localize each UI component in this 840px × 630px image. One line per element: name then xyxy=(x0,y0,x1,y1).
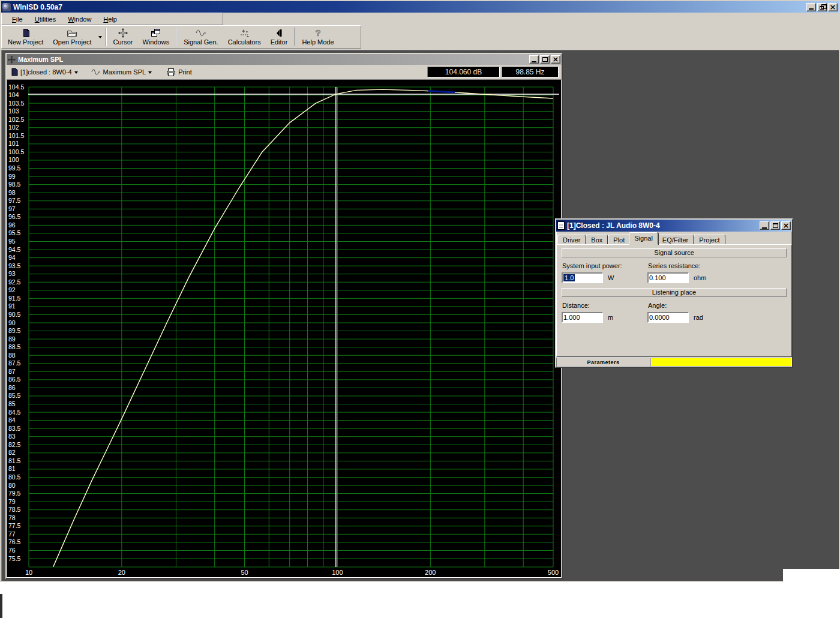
open-project-button[interactable]: Open Project xyxy=(48,26,96,47)
y-axis-label: 81 xyxy=(8,465,16,472)
y-axis-label: 86 xyxy=(8,384,16,391)
minimize-button[interactable] xyxy=(806,3,816,11)
desktop-artifact xyxy=(0,594,2,618)
driver-combo-value: [1]closed : 8W0-4 xyxy=(20,68,72,76)
y-axis-label: 89 xyxy=(8,335,16,343)
tab-signal[interactable]: Signal xyxy=(629,232,658,245)
x-axis-label: 500 xyxy=(548,569,559,576)
menu-panel: FileUtilitiesWindowHelp xyxy=(1,13,223,25)
maximize-icon xyxy=(773,223,778,228)
angle-value: 0.0000 xyxy=(649,314,670,321)
y-axis-label: 84.5 xyxy=(8,409,21,416)
document-icon xyxy=(557,221,565,230)
distance-value: 1.000 xyxy=(563,314,580,321)
dialog-maximize-button[interactable] xyxy=(770,221,780,230)
desktop-background xyxy=(0,582,840,630)
x-axis-label: 10 xyxy=(25,569,32,576)
tab-driver[interactable]: Driver xyxy=(557,235,586,245)
plot-window-title: Maximum SPL xyxy=(18,56,529,63)
y-axis-label: 83 xyxy=(8,433,16,440)
close-icon xyxy=(783,222,790,229)
y-axis-label: 98.5 xyxy=(8,181,21,188)
driver-combo[interactable]: [1]closed : 8W0-4 xyxy=(9,67,80,77)
dialog-status-fill xyxy=(650,358,792,367)
mdi-area: Maximum SPL [1]closed : 8W0-4 xyxy=(1,50,839,581)
y-axis-label: 80 xyxy=(8,482,16,489)
maximize-icon xyxy=(542,57,548,62)
y-axis-label: 79.5 xyxy=(8,490,21,497)
chevron-down-icon xyxy=(148,71,152,76)
y-axis-label: 79 xyxy=(8,498,16,505)
toolbar-button-label: Signal Gen. xyxy=(184,38,218,46)
signal-gen-button[interactable]: Signal Gen. xyxy=(179,26,223,47)
angle-unit: rad xyxy=(694,314,703,321)
editor-button[interactable]: Editor xyxy=(266,26,293,47)
y-axis-label: 85 xyxy=(8,400,16,407)
y-axis-label: 101 xyxy=(8,140,19,147)
desktop-background-corner xyxy=(783,569,840,587)
dialog-titlebar[interactable]: [1]Closed : JL Audio 8W0-4 xyxy=(556,220,792,232)
app-icon xyxy=(2,3,11,11)
power-input[interactable]: 1.0 xyxy=(562,272,603,283)
calculators-button[interactable]: Calculators xyxy=(223,26,266,47)
close-button[interactable] xyxy=(828,3,838,11)
dialog-statusbar: Parameters xyxy=(556,357,792,367)
windows-button[interactable]: Windows xyxy=(138,26,175,47)
plot-titlebar[interactable]: Maximum SPL xyxy=(7,54,562,65)
open-project-dropdown[interactable] xyxy=(97,26,104,47)
menu-utilities[interactable]: Utilities xyxy=(29,14,61,24)
y-axis-label: 82 xyxy=(8,449,16,456)
tab-project[interactable]: Project xyxy=(694,235,725,245)
x-axis-label: 100 xyxy=(332,569,343,576)
tab-eq-filter[interactable]: EQ/Filter xyxy=(657,235,694,245)
y-axis-label: 88.5 xyxy=(8,343,21,350)
angle-input[interactable]: 0.0000 xyxy=(647,312,689,323)
print-label: Print xyxy=(178,68,192,76)
dialog-minimize-button[interactable] xyxy=(760,221,769,230)
print-icon xyxy=(166,68,176,77)
y-axis-label: 98 xyxy=(8,189,16,196)
distance-input[interactable]: 1.000 xyxy=(562,312,603,323)
y-axis-label: 91 xyxy=(8,302,16,310)
chart-background xyxy=(7,80,562,578)
plot-close-button[interactable] xyxy=(551,55,560,64)
y-axis-label: 103 xyxy=(8,107,19,115)
app-title: WinISD 0.50a7 xyxy=(13,3,806,11)
plot-type-combo[interactable]: Maximum SPL xyxy=(89,68,154,76)
resistance-unit: ohm xyxy=(694,274,706,281)
help-mode-button[interactable]: ?Help Mode xyxy=(297,26,338,47)
new-project-icon xyxy=(21,28,31,38)
app-titlebar: WinISD 0.50a7 xyxy=(1,1,839,13)
signal-gen-icon xyxy=(196,28,206,38)
tab-plot[interactable]: Plot xyxy=(608,235,630,245)
print-button[interactable]: Print xyxy=(163,67,195,77)
y-axis-label: 94 xyxy=(8,254,16,261)
frequency-readout: 98.85 Hz xyxy=(502,67,559,77)
y-axis-label: 99 xyxy=(8,173,16,180)
plot-maximize-button[interactable] xyxy=(540,55,550,64)
distance-label: Distance: xyxy=(562,302,647,309)
y-axis-label: 78.5 xyxy=(8,506,21,513)
y-axis-label: 75.5 xyxy=(8,555,21,562)
dialog-close-button[interactable] xyxy=(781,221,791,230)
y-axis-label: 90.5 xyxy=(8,311,21,318)
cursor-button[interactable]: Cursor xyxy=(109,26,138,47)
minimize-icon xyxy=(809,8,814,10)
restore-button[interactable] xyxy=(817,3,827,11)
new-project-button[interactable]: New Project xyxy=(3,26,48,47)
spl-chart[interactable]: 104.5104103.5103102.5102101.5101100.5100… xyxy=(7,80,562,578)
x-axis-label: 50 xyxy=(241,569,248,576)
y-axis-label: 86.5 xyxy=(8,376,21,383)
toolbar-button-label: Open Project xyxy=(53,38,91,46)
chevron-down-icon xyxy=(98,36,102,40)
app-window: WinISD 0.50a7 FileUtilitiesWindowHelp Ne… xyxy=(0,0,840,582)
y-axis-label: 82.5 xyxy=(8,441,21,448)
menu-file[interactable]: File xyxy=(7,14,28,24)
toolbar-panel: New ProjectOpen ProjectCursorWindowsSign… xyxy=(1,25,361,49)
plot-minimize-button[interactable] xyxy=(529,55,539,64)
tab-box[interactable]: Box xyxy=(586,235,608,245)
menu-help[interactable]: Help xyxy=(98,14,122,24)
parameters-status-cell[interactable]: Parameters xyxy=(556,358,650,367)
resistance-input[interactable]: 0.100 xyxy=(647,272,689,283)
menu-window[interactable]: Window xyxy=(62,14,97,24)
